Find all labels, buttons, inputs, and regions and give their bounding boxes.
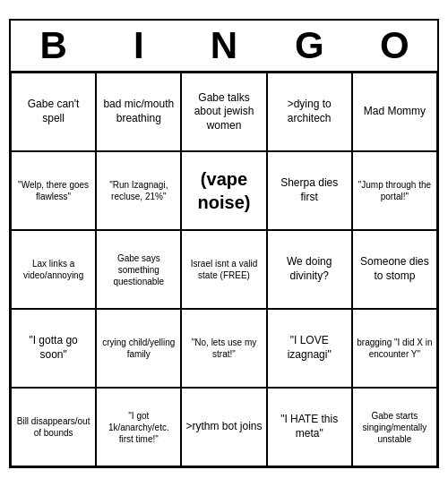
bingo-cell-16: crying child/yelling family bbox=[96, 309, 181, 388]
bingo-cell-8: Sherpa dies first bbox=[267, 151, 352, 230]
bingo-cell-9: "Jump through the portal!" bbox=[352, 151, 437, 230]
bingo-header: B I N G O bbox=[11, 21, 437, 73]
letter-n: N bbox=[181, 24, 266, 67]
bingo-cell-22: >rythm bot joins bbox=[181, 388, 266, 466]
bingo-cell-18: "I LOVE izagnagi" bbox=[267, 309, 352, 388]
bingo-cell-6: "Run Izagnagi, recluse, 21%" bbox=[96, 151, 181, 230]
letter-o: O bbox=[352, 24, 437, 67]
bingo-cell-3: >dying to architech bbox=[267, 73, 352, 151]
bingo-cell-0: Gabe can't spell bbox=[11, 73, 96, 151]
bingo-cell-21: "I got 1k/anarchy/etc. first time!" bbox=[96, 388, 181, 466]
bingo-cell-14: Someone dies to stomp bbox=[352, 230, 437, 309]
bingo-cell-20: Bill disappears/out of bounds bbox=[11, 388, 96, 466]
bingo-cell-7: (vape noise) bbox=[181, 151, 266, 230]
bingo-card: B I N G O Gabe can't spellbad mic/mouth … bbox=[9, 19, 439, 468]
bingo-cell-10: Lax links a video/annoying bbox=[11, 230, 96, 309]
bingo-cell-13: We doing divinity? bbox=[267, 230, 352, 309]
letter-g: G bbox=[267, 24, 352, 67]
bingo-cell-24: Gabe starts singing/mentally unstable bbox=[352, 388, 437, 466]
bingo-cell-4: Mad Mommy bbox=[352, 73, 437, 151]
bingo-cell-5: "Welp, there goes flawless" bbox=[11, 151, 96, 230]
bingo-cell-1: bad mic/mouth breathing bbox=[96, 73, 181, 151]
bingo-cell-23: "I HATE this meta" bbox=[267, 388, 352, 466]
bingo-cell-15: "I gotta go soon" bbox=[11, 309, 96, 388]
letter-b: B bbox=[11, 24, 96, 67]
letter-i: I bbox=[96, 24, 181, 67]
bingo-cell-11: Gabe says something questionable bbox=[96, 230, 181, 309]
bingo-grid: Gabe can't spellbad mic/mouth breathingG… bbox=[11, 73, 437, 466]
bingo-cell-2: Gabe talks about jewish women bbox=[181, 73, 266, 151]
bingo-cell-17: "No, lets use my strat!" bbox=[181, 309, 266, 388]
bingo-cell-12: Israel isnt a valid state (FREE) bbox=[181, 230, 266, 309]
bingo-cell-19: bragging "I did X in encounter Y" bbox=[352, 309, 437, 388]
